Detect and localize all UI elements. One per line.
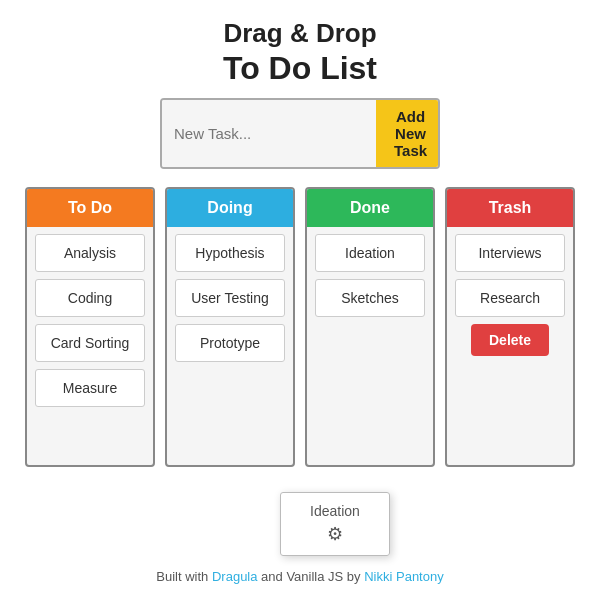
footer-link-dragula[interactable]: Dragula xyxy=(212,569,258,584)
new-task-input[interactable] xyxy=(162,100,376,167)
task-input-area: Add New Task xyxy=(160,98,440,169)
column-trash[interactable]: TrashInterviewsResearchDelete xyxy=(445,187,575,467)
column-todo[interactable]: To DoAnalysisCodingCard SortingMeasure xyxy=(25,187,155,467)
footer-link-author[interactable]: Nikki Pantony xyxy=(364,569,443,584)
task-card[interactable]: Coding xyxy=(35,279,145,317)
column-doing[interactable]: DoingHypothesisUser TestingPrototype xyxy=(165,187,295,467)
task-card[interactable]: Measure xyxy=(35,369,145,407)
task-card[interactable]: Research xyxy=(455,279,565,317)
ghost-drag-icon: ⚙ xyxy=(287,523,383,545)
task-card[interactable]: Ideation xyxy=(315,234,425,272)
task-card[interactable]: Card Sorting xyxy=(35,324,145,362)
column-header-doing: Doing xyxy=(167,189,293,227)
task-card[interactable]: Sketches xyxy=(315,279,425,317)
ghost-card: Ideation ⚙ xyxy=(280,492,390,556)
add-task-button[interactable]: Add New Task xyxy=(376,100,440,167)
page-header: Drag & Drop To Do List xyxy=(223,18,377,88)
ghost-card-label: Ideation xyxy=(310,503,360,519)
footer-text-before: Built with xyxy=(156,569,212,584)
delete-button[interactable]: Delete xyxy=(471,324,549,356)
task-card[interactable]: User Testing xyxy=(175,279,285,317)
task-card[interactable]: Hypothesis xyxy=(175,234,285,272)
task-card[interactable]: Interviews xyxy=(455,234,565,272)
drag-ghost: Ideation ⚙ xyxy=(280,492,390,556)
column-header-todo: To Do xyxy=(27,189,153,227)
footer: Built with Dragula and Vanilla JS by Nik… xyxy=(156,569,443,600)
header-line1: Drag & Drop xyxy=(223,18,377,49)
column-header-trash: Trash xyxy=(447,189,573,227)
footer-text-middle: and Vanilla JS by xyxy=(257,569,364,584)
column-header-done: Done xyxy=(307,189,433,227)
task-card[interactable]: Prototype xyxy=(175,324,285,362)
column-done[interactable]: DoneIdeationSketches xyxy=(305,187,435,467)
kanban-board: To DoAnalysisCodingCard SortingMeasureDo… xyxy=(10,187,590,467)
header-line2: To Do List xyxy=(223,49,377,87)
task-card[interactable]: Analysis xyxy=(35,234,145,272)
columns-wrapper: To DoAnalysisCodingCard SortingMeasureDo… xyxy=(10,187,590,467)
